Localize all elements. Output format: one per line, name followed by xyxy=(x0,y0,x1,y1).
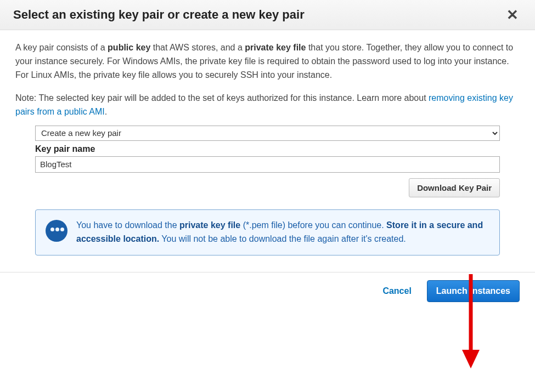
keypair-name-label: Key pair name xyxy=(35,144,500,154)
close-icon[interactable]: ✕ xyxy=(503,8,522,22)
bold-private-key-file: private key file xyxy=(245,43,306,52)
launch-instances-button[interactable]: Launch Instances xyxy=(427,280,520,302)
text: (*.pem file) before you can continue. xyxy=(240,220,386,230)
alert-text: You have to download the private key fil… xyxy=(76,219,489,246)
svg-marker-1 xyxy=(462,350,480,368)
download-keypair-button[interactable]: Download Key Pair xyxy=(409,178,500,197)
text: You have to download the xyxy=(76,220,179,230)
bold-public-key: public key xyxy=(108,43,150,52)
text: A key pair consists of a xyxy=(15,43,108,52)
keypair-name-input[interactable] xyxy=(35,156,500,173)
keypair-option-select[interactable]: Create a new key pair xyxy=(35,126,500,141)
text: that AWS stores, and a xyxy=(150,43,245,52)
download-row: Download Key Pair xyxy=(35,178,500,197)
key-pair-modal: Select an existing key pair or create a … xyxy=(0,0,535,310)
text: Note: The selected key pair will be adde… xyxy=(15,93,429,103)
form-section: Create a new key pair Key pair name Down… xyxy=(15,126,520,197)
modal-footer: Cancel Launch Instances xyxy=(0,272,535,310)
text: You will not be able to download the fil… xyxy=(159,234,406,243)
cancel-button[interactable]: Cancel xyxy=(379,286,414,297)
modal-body: A key pair consists of a public key that… xyxy=(0,30,535,264)
note-text: Note: The selected key pair will be adde… xyxy=(15,92,520,119)
modal-header: Select an existing key pair or create a … xyxy=(0,0,535,30)
description-text: A key pair consists of a public key that… xyxy=(15,41,520,82)
text: . xyxy=(105,107,107,116)
modal-title: Select an existing key pair or create a … xyxy=(13,8,305,22)
bold-private-key-file: private key file xyxy=(179,220,240,230)
info-icon xyxy=(46,220,67,242)
download-alert: You have to download the private key fil… xyxy=(35,209,500,255)
